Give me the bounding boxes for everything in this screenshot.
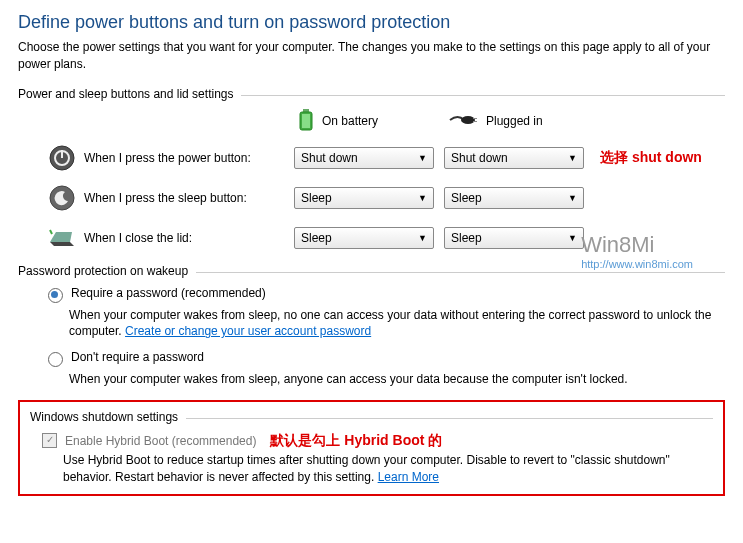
row-sleep-button: When I press the sleep button: Sleep▼ Sl…: [18, 184, 725, 212]
power-button-label: When I press the power button:: [84, 151, 294, 165]
page-subtitle: Choose the power settings that you want …: [18, 39, 725, 73]
no-password-label: Don't require a password: [71, 350, 204, 364]
sleep-battery-dropdown[interactable]: Sleep▼: [294, 187, 434, 209]
chevron-down-icon: ▼: [568, 193, 577, 203]
divider: [186, 418, 713, 419]
plugged-in-label: Plugged in: [486, 114, 543, 128]
svg-rect-8: [61, 150, 63, 158]
lid-label: When I close the lid:: [84, 231, 294, 245]
hybrid-boot-desc: Use Hybrid Boot to reduce startup times …: [30, 452, 713, 486]
power-battery-value: Shut down: [301, 151, 358, 165]
shutdown-settings-box: Windows shutdown settings ✓ Enable Hybri…: [18, 400, 725, 496]
annotation-hybrid: 默认是勾上 Hybrid Boot 的: [270, 432, 442, 450]
power-plugged-dropdown[interactable]: Shut down▼: [444, 147, 584, 169]
chevron-down-icon: ▼: [568, 233, 577, 243]
svg-rect-2: [302, 114, 310, 128]
lid-icon: [48, 224, 76, 252]
svg-rect-4: [473, 118, 477, 119]
battery-icon: [298, 109, 314, 134]
hybrid-boot-label: Enable Hybrid Boot (recommended): [65, 434, 256, 448]
require-password-desc: When your computer wakes from sleep, no …: [18, 307, 725, 341]
learn-more-link[interactable]: Learn More: [378, 470, 439, 484]
chevron-down-icon: ▼: [418, 153, 427, 163]
on-battery-label: On battery: [322, 114, 378, 128]
hybrid-boot-desc-text: Use Hybrid Boot to reduce startup times …: [63, 453, 670, 484]
change-password-link[interactable]: Create or change your user account passw…: [125, 324, 371, 338]
col-on-battery: On battery: [298, 109, 448, 134]
hybrid-boot-checkbox[interactable]: ✓: [42, 433, 57, 448]
require-password-label: Require a password (recommended): [71, 286, 266, 300]
power-button-icon: [48, 144, 76, 172]
annotation-shutdown: 选择 shut down: [600, 149, 702, 167]
divider: [241, 95, 725, 96]
sleep-plugged-dropdown[interactable]: Sleep▼: [444, 187, 584, 209]
require-password-radio[interactable]: [48, 288, 63, 303]
lid-battery-value: Sleep: [301, 231, 332, 245]
divider: [196, 272, 725, 273]
chevron-down-icon: ▼: [568, 153, 577, 163]
svg-point-3: [461, 116, 475, 124]
power-battery-dropdown[interactable]: Shut down▼: [294, 147, 434, 169]
password-header: Password protection on wakeup: [18, 264, 188, 278]
chevron-down-icon: ▼: [418, 193, 427, 203]
chevron-down-icon: ▼: [418, 233, 427, 243]
svg-rect-5: [473, 121, 477, 122]
page-title: Define power buttons and turn on passwor…: [18, 12, 725, 33]
power-plugged-value: Shut down: [451, 151, 508, 165]
lid-plugged-value: Sleep: [451, 231, 482, 245]
row-close-lid: When I close the lid: Sleep▼ Sleep▼: [18, 224, 725, 252]
plug-icon: [448, 112, 478, 131]
row-power-button: When I press the power button: Shut down…: [18, 144, 725, 172]
lid-battery-dropdown[interactable]: Sleep▼: [294, 227, 434, 249]
lid-plugged-dropdown[interactable]: Sleep▼: [444, 227, 584, 249]
sleep-plugged-value: Sleep: [451, 191, 482, 205]
sleep-battery-value: Sleep: [301, 191, 332, 205]
col-plugged-in: Plugged in: [448, 109, 598, 134]
shutdown-header: Windows shutdown settings: [30, 410, 178, 424]
sleep-button-label: When I press the sleep button:: [84, 191, 294, 205]
sleep-button-icon: [48, 184, 76, 212]
no-password-desc: When your computer wakes from sleep, any…: [18, 371, 725, 388]
no-password-radio[interactable]: [48, 352, 63, 367]
buttons-lid-header: Power and sleep buttons and lid settings: [18, 87, 233, 101]
